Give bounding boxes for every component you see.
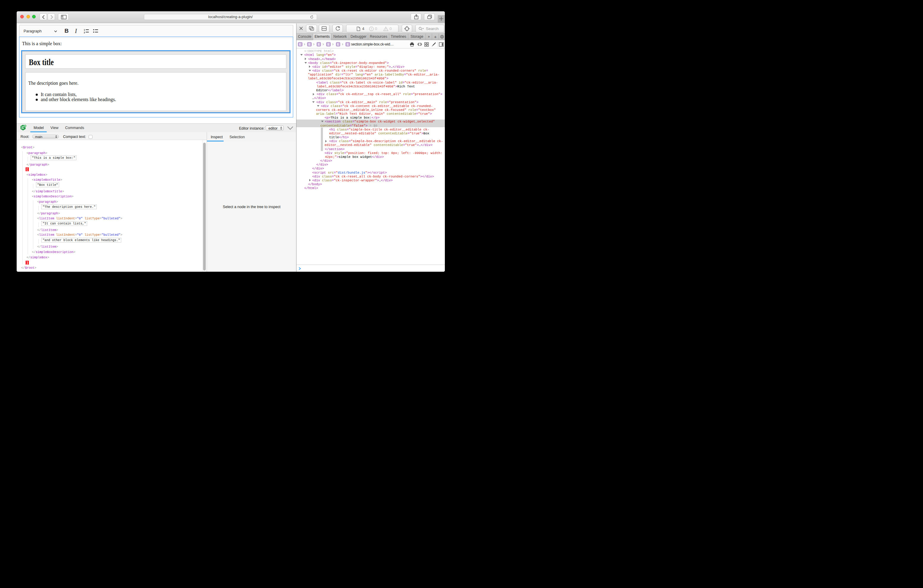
svg-text:2: 2 [84,31,85,34]
svg-text:5: 5 [25,125,26,127]
svg-text:1: 1 [84,29,85,31]
